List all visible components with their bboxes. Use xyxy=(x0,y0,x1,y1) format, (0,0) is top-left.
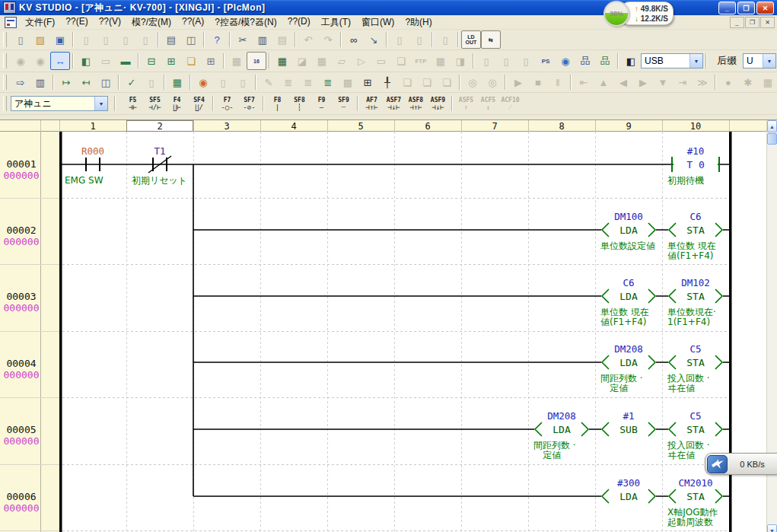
fkey-f8-button[interactable]: F8| xyxy=(266,94,288,113)
fkey-f7-button[interactable]: F7-○- xyxy=(216,94,238,113)
monitor-mode-icon[interactable]: ▦ xyxy=(272,52,292,70)
menu-item-4[interactable]: ??(A) xyxy=(177,15,209,30)
fkey-f5-button[interactable]: F5⊣⊢ xyxy=(122,94,144,113)
fkey-af7-button[interactable]: AF7⊣↑⊢ xyxy=(361,94,383,113)
menu-item-5[interactable]: ?控器/模?器(N) xyxy=(209,15,282,30)
verify-plc-icon[interactable]: ◫ xyxy=(96,73,116,91)
menu-item-1[interactable]: ??(E) xyxy=(60,15,93,30)
close-button[interactable]: ✕ xyxy=(756,2,774,14)
chevron-down-icon[interactable]: ▼ xyxy=(763,54,775,68)
scroll-down-button[interactable]: ▼ xyxy=(767,524,777,532)
column-header-5[interactable]: 5 xyxy=(358,121,363,132)
rung-number[interactable]: 00006 xyxy=(6,491,36,502)
fkey-f9-button[interactable]: F9— xyxy=(310,94,333,113)
calendar-16-icon[interactable]: 16 xyxy=(247,52,266,70)
ld-out-view-icon[interactable]: LD OUT xyxy=(461,30,481,49)
fkey-sf5-button[interactable]: SF5⊣/⊢ xyxy=(144,94,166,113)
new-project-icon[interactable]: ▯ xyxy=(11,30,30,49)
fkey-sf8-button[interactable]: SF8┆ xyxy=(288,94,310,113)
menu-item-9[interactable]: ?助(H) xyxy=(400,15,437,30)
column-header-10[interactable]: 10 xyxy=(690,121,701,132)
cd-write-icon[interactable]: ◉ xyxy=(556,52,575,70)
restore-button[interactable]: ❐ xyxy=(737,2,755,14)
ladder-canvas[interactable]: 12345678910R000EMG SWT1初期リセットT 0#10初期待機0… xyxy=(0,120,767,532)
column-header-9[interactable]: 9 xyxy=(626,121,631,132)
column-header-3[interactable]: 3 xyxy=(224,121,229,132)
rung-number[interactable]: 00001 xyxy=(6,158,36,170)
unit-monitor-icon[interactable]: ⊞ xyxy=(201,52,221,70)
fkey-asf7-button[interactable]: ASF7⊣↓⊢ xyxy=(383,94,405,113)
library-window-icon[interactable]: ❏ xyxy=(181,52,201,70)
project-window-icon[interactable]: ◧ xyxy=(76,52,96,70)
zoom-fit-icon[interactable]: ↔ xyxy=(50,52,70,70)
print-ps-icon[interactable]: PS xyxy=(536,52,556,70)
bird-icon[interactable] xyxy=(707,455,728,473)
save-project-icon[interactable]: ▣ xyxy=(50,30,70,49)
minimize-button[interactable]: _ xyxy=(718,2,736,14)
split-lower-icon[interactable]: ⊞ xyxy=(161,52,181,70)
chevron-down-icon[interactable]: ▼ xyxy=(94,97,107,110)
read-from-plc-icon[interactable]: ↤ xyxy=(76,73,96,91)
cpu-gauge[interactable]: 38% xyxy=(603,1,629,27)
help-icon[interactable]: ? xyxy=(207,30,227,49)
menu-item-6[interactable]: ??(D) xyxy=(282,15,316,30)
rung-number[interactable]: 00004 xyxy=(6,358,36,369)
column-header-1[interactable]: 1 xyxy=(90,121,95,132)
menu-item-0[interactable]: 文件(F) xyxy=(20,15,60,30)
fkey-sf7-button[interactable]: SF7-⊘- xyxy=(238,94,260,113)
chevron-down-icon[interactable]: ▼ xyxy=(689,54,702,68)
column-header-2[interactable]: 2 xyxy=(157,121,162,132)
program-check-icon[interactable]: ✓ xyxy=(122,73,142,91)
write-to-plc-icon[interactable]: ↦ xyxy=(56,73,76,91)
device-combobox[interactable]: ア神ュニ▼ xyxy=(11,96,108,111)
column-header-8[interactable]: 8 xyxy=(559,121,564,132)
fkey-sf4-button[interactable]: SF4∐/ xyxy=(188,94,210,113)
scroll-up-button[interactable]: ▲ xyxy=(767,120,777,132)
child-minimize-button[interactable]: _ xyxy=(730,17,744,28)
cut-icon[interactable]: ✂ xyxy=(233,30,253,49)
menu-item-2[interactable]: ??(V) xyxy=(94,15,126,30)
column-header-4[interactable]: 4 xyxy=(291,121,296,132)
toolbar-grip[interactable] xyxy=(3,53,7,68)
menu-item-7[interactable]: 工具(T) xyxy=(316,15,356,30)
suffix-combobox[interactable]: U▼ xyxy=(743,53,776,68)
menu-item-8[interactable]: 窗口(W) xyxy=(356,15,400,30)
child-close-button[interactable]: ✕ xyxy=(760,17,775,28)
window-cross-icon[interactable]: ⊞ xyxy=(358,73,377,91)
cc-link-network-icon[interactable]: 品 xyxy=(595,52,615,70)
registration-monitor-icon[interactable]: ≣ xyxy=(318,73,338,91)
web-update-icon[interactable]: ◉ xyxy=(193,73,213,91)
toolbar-grip[interactable] xyxy=(3,32,7,47)
column-header-7[interactable]: 7 xyxy=(492,121,497,132)
toolbar-grip[interactable] xyxy=(3,96,7,111)
document-icon[interactable] xyxy=(5,17,17,28)
child-restore-button[interactable]: ❐ xyxy=(745,17,759,28)
open-project-icon[interactable]: ▨ xyxy=(30,30,50,49)
d-link-network-icon[interactable]: 品 xyxy=(575,52,595,70)
comm-settings-icon[interactable]: ◧ xyxy=(621,52,641,70)
rung-number[interactable]: 00005 xyxy=(6,424,36,435)
mnemonic-convert-icon[interactable]: ⇆ xyxy=(481,30,501,49)
split-upper-icon[interactable]: ⊟ xyxy=(142,52,161,70)
fkey-sf9-button[interactable]: SF9┈ xyxy=(333,94,355,113)
fkey-f4-button[interactable]: F4∐⊢ xyxy=(166,94,188,113)
trace-icon[interactable]: ╀ xyxy=(377,73,397,91)
comm-port-combobox[interactable]: USB▼ xyxy=(641,53,703,68)
find-icon[interactable]: ∞ xyxy=(344,30,364,49)
scroll-thumb[interactable] xyxy=(767,133,777,145)
print-icon[interactable]: ▤ xyxy=(161,30,181,49)
simulator-icon[interactable]: ▦ xyxy=(167,73,187,91)
copy-icon[interactable]: ▥ xyxy=(253,30,272,49)
fkey-asf8-button[interactable]: ASF8⊣↑⊢ xyxy=(405,94,427,113)
fkey-asf9-button[interactable]: ASF9⊣↓⊢ xyxy=(427,94,449,113)
print-preview-icon[interactable]: ◫ xyxy=(181,30,201,49)
menu-item-3[interactable]: 模?/宏(M) xyxy=(126,15,177,30)
transfer-pc-to-plc-icon[interactable]: ⇨ xyxy=(11,73,30,91)
toolbar-grip[interactable] xyxy=(3,75,7,90)
column-header-6[interactable]: 6 xyxy=(425,121,430,132)
ladder-editor-window-icon[interactable]: ▬ xyxy=(116,52,135,70)
plc-monitor-icon[interactable]: ▥ xyxy=(30,73,50,91)
rung-number[interactable]: 00002 xyxy=(6,225,36,236)
rung-number[interactable]: 00003 xyxy=(6,291,36,302)
find-replace-icon[interactable]: ↘ xyxy=(364,30,384,49)
